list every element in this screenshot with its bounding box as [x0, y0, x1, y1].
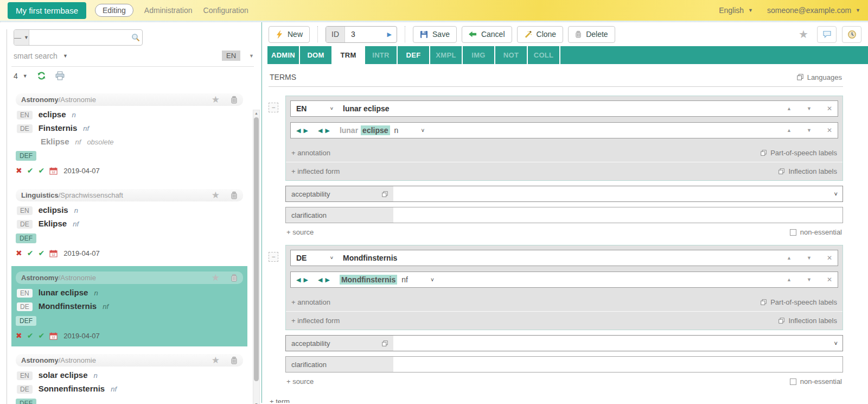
inflection-labels-button[interactable]: Inflection labels	[778, 317, 837, 325]
nav-administration[interactable]: Administration	[144, 6, 193, 15]
search-mode-select[interactable]: — ▼	[14, 30, 29, 45]
add-annotation-link[interactable]: + annotation	[291, 149, 330, 157]
add-source-link[interactable]: + source	[286, 228, 314, 236]
inflection-labels-button[interactable]: Inflection labels	[778, 167, 837, 175]
collapse-button[interactable]: −	[269, 103, 278, 112]
move-up-icon[interactable]: ▲	[787, 255, 792, 261]
search-icon[interactable]	[131, 33, 143, 42]
move-up-icon[interactable]: ▲	[787, 277, 792, 282]
add-inflected-form-link[interactable]: + inflected form	[291, 167, 340, 175]
entry-eclipse[interactable]: Astronomy/Astronomie ★ EN eclipse n DE	[11, 88, 247, 181]
move-down-icon[interactable]: ▼	[807, 128, 812, 133]
termbase-title-button[interactable]: My first termbase	[8, 2, 86, 19]
language-select[interactable]: DE ˅	[296, 254, 335, 262]
tab-admin[interactable]: ADMIN	[267, 46, 300, 64]
add-source-link[interactable]: + source	[286, 377, 314, 386]
user-email: someone@example.com	[767, 6, 851, 15]
next-entry-icon[interactable]: ▶	[387, 31, 397, 38]
chevron-down-icon[interactable]: ˅	[421, 128, 424, 134]
scroll-up-icon[interactable]: ▲	[253, 111, 259, 115]
trash-icon[interactable]	[231, 274, 238, 282]
save-button[interactable]: Save	[413, 26, 457, 43]
tab-trm[interactable]: TRM	[333, 46, 365, 64]
term-part-highlight[interactable]: eclipse	[361, 125, 390, 135]
search-language-dropdown-icon[interactable]: ▼	[249, 53, 254, 59]
nav-last-icon[interactable]: ▶	[325, 127, 329, 134]
close-icon[interactable]: ✕	[827, 105, 832, 112]
tab-not[interactable]: NOT	[495, 46, 528, 64]
favorite-star-icon[interactable]: ★	[212, 356, 220, 365]
tab-def[interactable]: DEF	[398, 46, 430, 64]
move-up-icon[interactable]: ▲	[787, 106, 792, 111]
non-essential-control[interactable]: non-essential	[790, 228, 842, 236]
refresh-icon[interactable]	[37, 71, 46, 80]
nav-prev-icon[interactable]: ▶	[303, 127, 308, 134]
trash-icon[interactable]	[231, 191, 238, 199]
nav-next-icon[interactable]: ◀	[318, 276, 322, 283]
move-up-icon[interactable]: ▲	[787, 128, 792, 133]
clarification-field[interactable]: clarification	[285, 356, 843, 373]
entry-lunar-eclipse-selected[interactable]: Astronomy/Astronomie ★ EN lunar eclipse …	[11, 266, 247, 346]
clarification-field[interactable]: clarification	[285, 207, 843, 223]
acceptability-select[interactable]: acceptability ˅	[285, 335, 843, 351]
scrollbar-thumb[interactable]	[254, 117, 259, 381]
move-down-icon[interactable]: ▼	[807, 106, 812, 111]
favorite-star-icon[interactable]: ★	[212, 191, 220, 200]
nav-first-icon[interactable]: ◀	[296, 127, 301, 134]
favorite-star-icon[interactable]: ★	[212, 273, 220, 282]
chevron-down-icon[interactable]: ˅	[431, 277, 434, 283]
close-icon[interactable]: ✕	[827, 127, 832, 134]
languages-button[interactable]: Languages	[797, 73, 842, 81]
search-input[interactable]	[29, 30, 131, 45]
clone-button[interactable]: Clone	[517, 26, 564, 43]
user-menu[interactable]: someone@example.com ▼	[767, 6, 860, 15]
smart-search-select[interactable]: smart search ▼	[14, 52, 68, 60]
lang-badge: EN	[17, 206, 33, 215]
close-icon[interactable]: ✕	[827, 276, 832, 283]
entry-eclipsis[interactable]: Linguistics/Sprachwissenschaft ★ EN ecli…	[11, 184, 247, 264]
add-annotation-link[interactable]: + annotation	[291, 298, 330, 306]
nav-last-icon[interactable]: ▶	[325, 276, 329, 283]
print-icon[interactable]	[55, 71, 65, 80]
trash-icon[interactable]	[231, 356, 238, 364]
nav-editing[interactable]: Editing	[95, 4, 133, 17]
term-part-highlight[interactable]: Mondfinsternis	[340, 275, 397, 285]
add-term-link[interactable]: + term	[269, 397, 843, 403]
collapse-button[interactable]: −	[269, 252, 278, 262]
move-down-icon[interactable]: ▼	[807, 277, 812, 282]
ui-language-menu[interactable]: English ▼	[719, 6, 753, 15]
entry-solar-eclipse[interactable]: Astronomy/Astronomie ★ EN solar eclipse …	[11, 349, 247, 404]
non-essential-checkbox[interactable]	[790, 229, 796, 236]
non-essential-checkbox[interactable]	[790, 378, 796, 385]
tab-xmpl[interactable]: XMPL	[430, 46, 463, 64]
tab-intr[interactable]: INTR	[365, 46, 398, 64]
tab-coll[interactable]: COLL	[528, 46, 560, 64]
nav-prev-icon[interactable]: ▶	[303, 276, 308, 283]
nav-next-icon[interactable]: ◀	[318, 127, 322, 134]
add-inflected-form-link[interactable]: + inflected form	[291, 317, 340, 325]
history-button[interactable]	[842, 26, 861, 43]
pos-labels-button[interactable]: Part-of-speech labels	[761, 149, 837, 157]
comments-button[interactable]	[817, 26, 837, 43]
new-button[interactable]: New	[269, 26, 310, 43]
delete-button[interactable]: Delete	[568, 26, 615, 43]
acceptability-select[interactable]: acceptability ˅	[285, 186, 843, 202]
entry-favorite-star-icon[interactable]: ★	[799, 28, 808, 41]
cancel-button[interactable]: Cancel	[462, 26, 512, 43]
move-down-icon[interactable]: ▼	[807, 255, 812, 261]
nav-first-icon[interactable]: ◀	[296, 276, 301, 283]
term-value[interactable]: Mondfinsternis	[343, 254, 397, 262]
trash-icon[interactable]	[231, 96, 238, 104]
nav-configuration[interactable]: Configuration	[203, 6, 248, 15]
favorite-star-icon[interactable]: ★	[212, 95, 220, 104]
close-icon[interactable]: ✕	[827, 254, 832, 262]
tab-dom[interactable]: DOM	[300, 46, 333, 64]
search-language-badge[interactable]: EN	[222, 50, 240, 61]
tab-img[interactable]: IMG	[463, 46, 495, 64]
non-essential-control[interactable]: non-essential	[790, 377, 842, 386]
result-count-dropdown-icon[interactable]: ▼	[23, 73, 28, 79]
sidebar-scrollbar[interactable]: ▲ ▼	[253, 110, 260, 404]
pos-labels-button[interactable]: Part-of-speech labels	[761, 298, 837, 306]
language-select[interactable]: EN ˅	[296, 104, 335, 113]
term-value[interactable]: lunar eclipse	[343, 104, 390, 113]
